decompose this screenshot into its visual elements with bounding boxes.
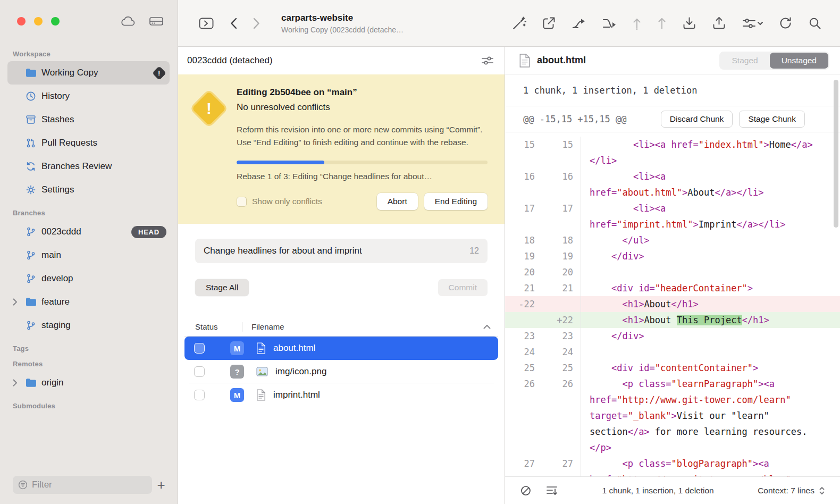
diff-line[interactable]: 1818 </ul> (505, 232, 840, 248)
status-column-header[interactable]: Status (195, 322, 242, 331)
branches-list: 0023cdddHEADmaindevelopfeaturestaging (0, 220, 178, 337)
branch-item-staging[interactable]: staging (7, 314, 170, 337)
branch-item-label: main (41, 250, 170, 261)
stage-all-button[interactable]: Stage All (195, 279, 249, 296)
branch-item-main[interactable]: main (7, 243, 170, 267)
folder-icon (24, 297, 37, 307)
stepper-icon[interactable] (819, 486, 825, 495)
local-repositories-icon[interactable] (149, 15, 164, 27)
stage-file-checkbox[interactable] (194, 390, 205, 400)
diff-line[interactable]: 2525 <div id="contentContainer"> (505, 360, 840, 376)
staged-tab[interactable]: Staged (720, 53, 770, 69)
show-only-conflicts-checkbox[interactable]: Show only conflicts (237, 197, 377, 207)
open-in-button[interactable] (542, 16, 556, 30)
branch-item-0023cddd[interactable]: 0023cdddHEAD (7, 220, 170, 243)
file-row-img-icon-png[interactable]: ?img/icon.png (184, 360, 498, 383)
diff-line[interactable]: 2121 <div id="headerContainer"> (505, 280, 840, 296)
status-badge: M (230, 388, 244, 402)
pull-button[interactable] (632, 16, 642, 30)
sidebar-item-history[interactable]: History (7, 85, 170, 108)
stage-file-checkbox[interactable] (194, 343, 205, 354)
ignore-whitespace-icon[interactable] (520, 485, 532, 497)
forward-button[interactable] (253, 18, 260, 29)
diff-line-code: <div id="headerContainer"> (581, 280, 840, 296)
end-editing-button[interactable]: End Editing (424, 193, 488, 210)
branch-item-develop[interactable]: develop (7, 267, 170, 290)
stash-button[interactable] (712, 16, 726, 30)
minimize-window-button[interactable] (34, 17, 43, 26)
show-only-conflicts-label: Show only conflicts (252, 197, 322, 206)
stage-chunk-button[interactable]: Stage Chunk (739, 111, 805, 128)
diff-line[interactable]: 1717 <li><a href="imprint.html">Imprint<… (505, 200, 840, 232)
commit-button[interactable]: Commit (438, 279, 488, 296)
vertical-scrollbar[interactable] (834, 80, 838, 228)
context-lines-control[interactable]: Context: 7 lines (758, 486, 825, 495)
sidebar-item-stashes[interactable]: Stashes (7, 108, 170, 131)
new-line-number (542, 296, 581, 312)
image-file-icon (256, 367, 268, 376)
diff-line[interactable]: +22 <h1>About This Project</h1> (505, 312, 840, 328)
new-line-number: 19 (542, 248, 581, 264)
push-button[interactable] (657, 16, 667, 30)
diff-line[interactable]: 2323 </div> (505, 328, 840, 344)
open-repository-button[interactable] (198, 16, 214, 30)
file-row-about-html[interactable]: Mabout.html (184, 337, 498, 360)
search-button[interactable] (808, 16, 822, 30)
status-badge: ? (230, 365, 244, 379)
cloud-services-icon[interactable] (120, 16, 136, 27)
app-window: Workspace Working Copy!HistoryStashesPul… (0, 0, 840, 504)
expand-chevron-icon[interactable] (13, 290, 18, 314)
repository-filter-input[interactable]: Filter (13, 476, 152, 494)
branch-item-feature[interactable]: feature (7, 290, 170, 314)
stage-file-checkbox[interactable] (194, 366, 205, 377)
expand-chevron-icon[interactable] (13, 371, 18, 394)
gear-icon (24, 184, 37, 195)
filename-column-header[interactable]: Filename (251, 322, 483, 331)
back-button[interactable] (230, 18, 237, 29)
sidebar-item-working-copy[interactable]: Working Copy! (7, 61, 170, 85)
view-options-button[interactable] (742, 16, 763, 30)
close-window-button[interactable] (17, 17, 26, 26)
remote-item-origin[interactable]: origin (7, 371, 170, 394)
warning-subtitle: No unresolved conflicts (237, 102, 488, 113)
sidebar-item-branches-review[interactable]: Branches Review (7, 155, 170, 178)
window-title: carparts-website (281, 13, 404, 23)
warning-body: Reform this revision into one or more ne… (237, 123, 488, 149)
view-options-sliders-icon[interactable] (481, 55, 494, 66)
diff-line[interactable]: 1616 <li><a href="about.html">About</a><… (505, 169, 840, 200)
diff-line[interactable]: -22 <h1>About</h1> (505, 296, 840, 312)
abort-button[interactable]: Abort (377, 193, 418, 210)
new-line-number: 25 (542, 360, 581, 376)
rebase-button[interactable] (602, 16, 617, 30)
diff-line[interactable]: 2626 <p class="learnParagraph"><a href="… (505, 376, 840, 456)
rebase-warning-box: ! Editing 2b504bee on “main” No unresolv… (178, 74, 505, 224)
diff-line[interactable]: 2727 <p class="blogParagraph"><a href="h… (505, 456, 840, 476)
file-row-imprint-html[interactable]: Mimprint.html (184, 383, 498, 407)
add-repository-button[interactable]: + (152, 477, 170, 493)
commit-message-input[interactable]: Change headlines for about and imprint 1… (195, 239, 488, 263)
diff-line[interactable]: 2424 (505, 344, 840, 360)
sidebar-item-pull-requests[interactable]: Pull Requests (7, 131, 170, 155)
new-line-number: 26 (542, 376, 581, 456)
new-line-number: 15 (542, 137, 581, 169)
collapse-list-chevron-icon[interactable] (483, 324, 491, 329)
diff-line[interactable]: 1515 <li><a href="index.html">Home</a></… (505, 137, 840, 169)
refresh-button[interactable] (778, 16, 793, 30)
toolbar-right (511, 16, 822, 31)
fetch-button[interactable] (682, 16, 696, 30)
diff-line[interactable]: 2020 (505, 264, 840, 280)
diff-line[interactable]: 1919 </div> (505, 248, 840, 264)
merge-button[interactable] (572, 16, 586, 30)
unstaged-tab[interactable]: Unstaged (770, 53, 828, 69)
quick-actions-button[interactable] (511, 16, 526, 31)
old-line-number: 24 (505, 344, 542, 360)
line-wrap-icon[interactable] (545, 485, 558, 497)
chevron-left-icon (230, 18, 237, 29)
diff-line-code (581, 264, 840, 280)
sidebar-item-settings[interactable]: Settings (7, 178, 170, 201)
diff-line-code: </ul> (581, 232, 840, 248)
zoom-window-button[interactable] (51, 17, 60, 26)
branch-item-label: staging (41, 320, 170, 331)
rebase-progress-label: Rebase 1 of 3: Editing “Change headlines… (237, 172, 488, 181)
discard-chunk-button[interactable]: Discard Chunk (661, 111, 733, 128)
